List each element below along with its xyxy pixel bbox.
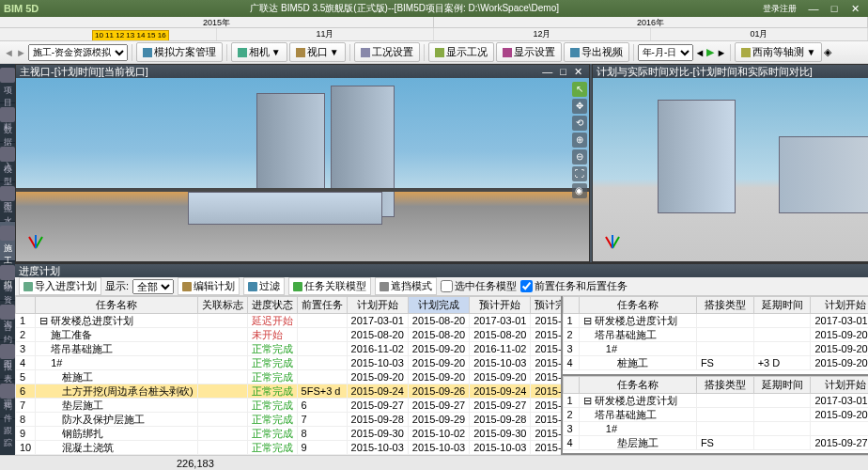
predecessor-table[interactable]: 任务名称搭接类型延期时间计划开始计划完成1⊟ 研发楼总进度计划2017-03-0… [563,296,868,376]
axis-view-button[interactable]: 西南等轴测 ▼ [735,42,822,62]
table-row[interactable]: 1⊟ 研发楼总进度计划2017-03-01 [563,314,868,328]
show-condition-button[interactable]: 显示工况 [428,42,494,62]
maximize-icon[interactable]: □ [825,3,844,15]
sidebar-item[interactable]: 报表管理 [0,340,15,380]
selected-task-checkbox[interactable]: 选中任务模型 [441,279,517,293]
table-row[interactable]: 1⊟ 研发楼总进度计划2017-03-01 [563,393,868,407]
sidebar-item[interactable]: 构件跟踪 [0,380,15,419]
camera-button[interactable]: 相机 ▼ [231,42,287,62]
timeline-month[interactable]: 01月 [651,28,868,41]
progress-toolbar: 导入进度计划 显示: 全部 编辑计划 过滤 任务关联模型 遮挡模式 选中任务模型… [15,277,868,296]
vp-close-icon[interactable]: ✕ [571,66,585,78]
timeline-year: 2015年 [0,17,434,27]
table-row[interactable]: 3塔吊基础施工正常完成2016-11-022015-09-202016-11-0… [16,342,563,356]
column-header[interactable] [16,297,36,314]
select-tool-icon[interactable]: ↖ [572,82,587,97]
sidebar-item[interactable]: 流水视图 [0,182,15,222]
column-header[interactable]: 预计完成 [531,297,563,314]
column-header[interactable]: 进度状态 [247,297,297,314]
date-format-select[interactable]: 年-月-日 [638,44,693,61]
sidebar-item[interactable]: 合约视图 [0,301,15,340]
table-row[interactable]: 31#2015-09-202015-10-03 [563,342,868,356]
timeline-month[interactable]: 12月 [434,28,651,41]
table-row[interactable]: 7垫层施工正常完成62015-09-272015-09-272015-09-27… [16,399,563,413]
forward-icon[interactable]: ► [16,47,26,58]
table-row[interactable]: 31#2015-09-27 [563,421,868,435]
table-row[interactable]: 41#正常完成2015-10-032015-09-202015-10-03201… [16,356,563,370]
table-row[interactable]: 10混凝土浇筑正常完成92015-10-032015-10-032015-10-… [16,441,563,455]
column-header[interactable]: 搭接类型 [696,376,753,393]
extra-icon[interactable]: ◈ [824,46,831,58]
edit-plan-button[interactable]: 编辑计划 [178,277,240,295]
sidebar-item[interactable]: 物资查询 [0,261,15,301]
axis-gizmo [22,227,50,256]
vp-min-icon[interactable]: — [539,66,555,78]
user-login[interactable]: 登录注册 [763,3,797,15]
column-header[interactable]: 任务名称 [579,297,696,314]
column-header[interactable]: 计划开始 [811,297,868,314]
table-row[interactable]: 4垫层施工FS2015-09-272015-09-27 [563,435,868,449]
sim-mode-select[interactable]: 施工-资金资源模拟 [28,44,128,61]
main-viewport[interactable]: 主视口-[计划时间][当前视口] —□✕ ↖ ✥ [15,64,590,262]
column-header[interactable]: 计划开始 [811,376,868,393]
zoom-in-icon[interactable]: ⊕ [572,133,587,148]
next-icon[interactable]: ► [716,47,726,58]
successor-table[interactable]: 任务名称搭接类型延期时间计划开始计划完成1⊟ 研发楼总进度计划2017-03-0… [563,376,868,456]
vp-max-icon[interactable]: □ [557,66,569,78]
table-row[interactable]: 8防水及保护层施工正常完成72015-09-282015-09-292015-0… [16,413,563,427]
sim-scheme-button[interactable]: 模拟方案管理 [136,42,223,62]
close-icon[interactable]: ✕ [845,3,864,15]
import-plan-button[interactable]: 导入进度计划 [19,277,101,295]
prev-icon[interactable]: ◄ [695,47,705,58]
table-row[interactable]: 6土方开挖(周边承台桩头剥砍)正常完成5FS+3 d2015-09-242015… [16,384,563,399]
task-table[interactable]: 任务名称关联标志进度状态前置任务计划开始计划完成预计开始预计完成实际1⊟ 研发楼… [15,296,563,455]
column-header[interactable]: 搭接类型 [696,297,753,314]
table-row[interactable]: 4桩施工FS+3 D2015-09-202015-09-20 [563,356,868,370]
column-header[interactable]: 计划完成 [408,297,469,314]
viewport-button[interactable]: 视口 ▼ [289,42,346,62]
timeline-month[interactable]: 11月 [217,28,434,41]
column-header[interactable]: 前置任务 [297,297,347,314]
sidebar-item[interactable]: 模型视图 [0,143,15,182]
column-header[interactable] [563,376,579,393]
sidebar-item[interactable]: 数据导入 [0,103,15,143]
column-header[interactable]: 延期时间 [753,376,811,393]
export-video-button[interactable]: 导出视频 [564,42,629,62]
timeline[interactable]: 2015年2016年 10月11月12月01月 10 11 12 13 14 1… [0,17,868,41]
pre-post-task-checkbox[interactable]: 前置任务和后置任务 [520,279,628,293]
zoom-out-icon[interactable]: ⊖ [572,149,587,164]
column-header[interactable]: 关联标志 [197,297,247,314]
table-row[interactable]: 2施工准备未开始2015-08-202015-08-202015-08-2020… [16,328,563,342]
column-header[interactable]: 预计开始 [470,297,531,314]
column-header[interactable]: 计划开始 [347,297,408,314]
table-row[interactable]: 1⊟ 研发楼总进度计划延迟开始2017-03-012015-08-202017-… [16,314,563,328]
column-header[interactable]: 任务名称 [36,297,197,314]
show-filter-select[interactable]: 全部 [132,279,174,294]
mask-mode-button[interactable]: 遮挡模式 [375,277,437,295]
play-icon[interactable]: ▶ [706,46,714,58]
back-icon[interactable]: ◄ [4,47,14,58]
table-row[interactable]: 2塔吊基础施工2015-09-202015-10-03 [563,407,868,421]
table-row[interactable]: 5桩施工正常完成2015-09-202015-09-202015-09-2020… [16,370,563,384]
fit-icon[interactable]: ⛶ [572,166,587,181]
minimize-icon[interactable]: — [804,3,823,15]
rotate-tool-icon[interactable]: ⟲ [572,116,587,131]
display-settings-button[interactable]: 显示设置 [496,42,562,62]
table-row[interactable]: 2塔吊基础施工2015-09-202016-11-02 [563,328,868,342]
column-header[interactable] [563,297,579,314]
viewport-title: 主视口-[计划时间][当前视口] [20,65,148,79]
sidebar-item[interactable]: 项目资料 [0,64,15,103]
sidebar-item[interactable]: 施工模拟 [0,222,15,261]
column-header[interactable]: 延期时间 [753,297,811,314]
assoc-model-button[interactable]: 任务关联模型 [288,277,371,295]
compare-viewport[interactable]: 计划与实际时间对比-[计划时间和实际时间对比] —□✕ ↖ ✥ ⟲ [592,64,868,262]
filter-button[interactable]: 过滤 [243,277,285,295]
window-title: 广联达 BIM5D 3.5旗舰版(正式版)--[BIM5D项目案例: D:\Wo… [46,2,763,15]
timeline-marker[interactable]: 10 11 12 13 14 15 16 [92,30,169,41]
column-header[interactable]: 任务名称 [579,376,696,393]
work-condition-button[interactable]: 工况设置 [354,42,420,62]
pan-tool-icon[interactable]: ✥ [572,99,587,114]
timeline-year: 2016年 [434,17,868,27]
view-icon[interactable]: ◉ [572,183,587,198]
table-row[interactable]: 9钢筋绑扎正常完成82015-09-302015-10-022015-09-30… [16,427,563,441]
